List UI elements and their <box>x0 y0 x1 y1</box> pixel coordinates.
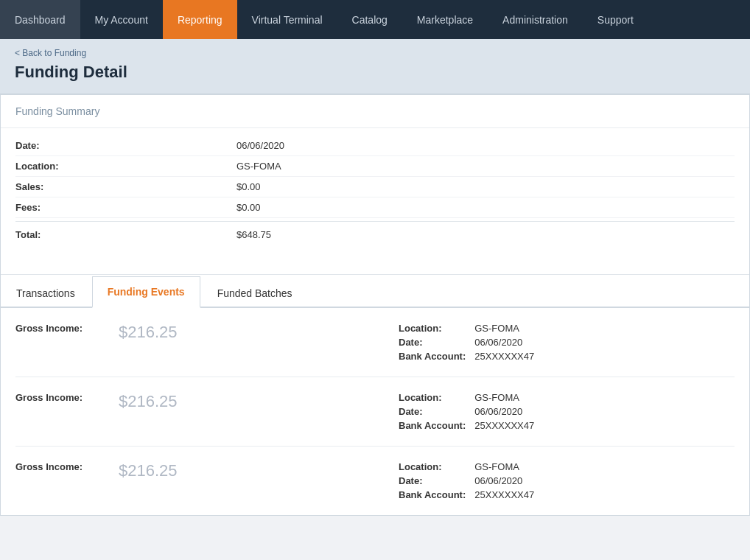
date-detail-label-2: Date: <box>399 406 466 417</box>
fees-value: $0.00 <box>236 202 261 213</box>
bank-account-detail-label-2: Bank Account: <box>399 420 466 431</box>
nav-marketplace[interactable]: Marketplace <box>402 0 488 39</box>
tab-funding-events[interactable]: Funding Events <box>92 276 200 308</box>
summary-fees-row: Fees: $0.00 <box>15 197 735 218</box>
nav-reporting[interactable]: Reporting <box>163 0 237 39</box>
date-detail-value-2: 06/06/2020 <box>474 406 735 417</box>
navbar: Dashboard My Account Reporting Virtual T… <box>0 0 750 39</box>
funding-summary-table: Date: 06/06/2020 Location: GS-FOMA Sales… <box>1 128 749 259</box>
event-left-3: Gross Income: $216.25 <box>15 461 399 480</box>
nav-my-account[interactable]: My Account <box>80 0 163 39</box>
event-amount-2: $216.25 <box>119 392 178 411</box>
bank-account-detail-label-3: Bank Account: <box>399 489 466 500</box>
page-header: < Back to Funding Funding Detail <box>0 39 750 94</box>
date-detail-value-1: 06/06/2020 <box>474 337 735 348</box>
event-amount-3: $216.25 <box>119 461 178 480</box>
total-label: Total: <box>15 229 236 240</box>
gross-income-label-3: Gross Income: <box>15 461 119 472</box>
location-detail-label-1: Location: <box>399 323 466 334</box>
bank-account-detail-value-2: 25XXXXXX47 <box>474 420 735 431</box>
nav-dashboard[interactable]: Dashboard <box>0 0 80 39</box>
total-value: $648.75 <box>236 229 271 240</box>
gross-income-label-1: Gross Income: <box>15 323 119 334</box>
sales-value: $0.00 <box>236 181 261 192</box>
location-detail-label-2: Location: <box>399 392 466 403</box>
event-right-1: Location: GS-FOMA Date: 06/06/2020 Bank … <box>399 323 735 362</box>
funding-events-container: Gross Income: $216.25 Location: GS-FOMA … <box>1 308 749 515</box>
main-panel: Funding Summary Date: 06/06/2020 Locatio… <box>0 94 750 516</box>
date-detail-value-3: 06/06/2020 <box>474 475 735 486</box>
location-detail-value-2: GS-FOMA <box>474 392 735 403</box>
nav-virtual-terminal[interactable]: Virtual Terminal <box>237 0 337 39</box>
location-detail-value-3: GS-FOMA <box>474 461 735 472</box>
location-detail-label-3: Location: <box>399 461 466 472</box>
location-value: GS-FOMA <box>236 161 281 172</box>
summary-location-row: Location: GS-FOMA <box>15 156 735 177</box>
location-label: Location: <box>15 161 236 172</box>
event-right-2: Location: GS-FOMA Date: 06/06/2020 Bank … <box>399 392 735 431</box>
date-value: 06/06/2020 <box>236 140 284 151</box>
summary-sales-row: Sales: $0.00 <box>15 177 735 197</box>
event-left-1: Gross Income: $216.25 <box>15 323 399 342</box>
tabs-container: Transactions Funding Events Funded Batch… <box>1 274 749 308</box>
summary-total-row: Total: $648.75 <box>15 221 735 245</box>
back-to-funding-link[interactable]: < Back to Funding <box>15 48 86 58</box>
event-left-2: Gross Income: $216.25 <box>15 392 399 411</box>
tab-transactions[interactable]: Transactions <box>1 278 91 308</box>
gross-income-label-2: Gross Income: <box>15 392 119 403</box>
event-row-1: Gross Income: $216.25 Location: GS-FOMA … <box>15 308 735 377</box>
date-detail-label-1: Date: <box>399 337 466 348</box>
summary-date-row: Date: 06/06/2020 <box>15 136 735 156</box>
event-row-2: Gross Income: $216.25 Location: GS-FOMA … <box>15 377 735 447</box>
location-detail-value-1: GS-FOMA <box>474 323 735 334</box>
funding-summary-title: Funding Summary <box>1 95 749 128</box>
event-amount-1: $216.25 <box>119 323 178 342</box>
tab-funded-batches[interactable]: Funded Batches <box>202 278 308 308</box>
date-detail-label-3: Date: <box>399 475 466 486</box>
event-right-3: Location: GS-FOMA Date: 06/06/2020 Bank … <box>399 461 735 500</box>
date-label: Date: <box>15 140 236 151</box>
breadcrumb: < Back to Funding <box>15 48 735 58</box>
fees-label: Fees: <box>15 202 236 213</box>
bank-account-detail-label-1: Bank Account: <box>399 351 466 362</box>
nav-administration[interactable]: Administration <box>488 0 583 39</box>
bank-account-detail-value-3: 25XXXXXX47 <box>474 489 735 500</box>
page-title: Funding Detail <box>15 63 735 82</box>
nav-support[interactable]: Support <box>583 0 648 39</box>
sales-label: Sales: <box>15 181 236 192</box>
nav-catalog[interactable]: Catalog <box>337 0 402 39</box>
event-row-3: Gross Income: $216.25 Location: GS-FOMA … <box>15 447 735 515</box>
bank-account-detail-value-1: 25XXXXXX47 <box>474 351 735 362</box>
